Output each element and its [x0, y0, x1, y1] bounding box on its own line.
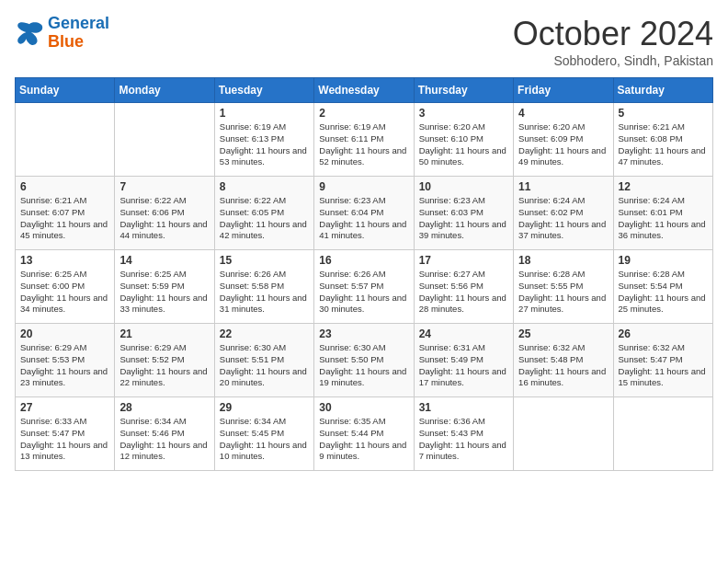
calendar-cell: 25Sunrise: 6:32 AM Sunset: 5:48 PM Dayli… — [514, 324, 613, 397]
day-info: Sunrise: 6:30 AM Sunset: 5:51 PM Dayligh… — [220, 342, 309, 389]
day-number: 22 — [220, 327, 309, 340]
calendar-cell: 26Sunrise: 6:32 AM Sunset: 5:47 PM Dayli… — [613, 324, 712, 397]
calendar-cell: 17Sunrise: 6:27 AM Sunset: 5:56 PM Dayli… — [414, 250, 513, 324]
location-subtitle: Sobhodero, Sindh, Pakistan — [513, 53, 713, 68]
calendar-cell: 9Sunrise: 6:23 AM Sunset: 6:04 PM Daylig… — [314, 177, 414, 250]
day-info: Sunrise: 6:35 AM Sunset: 5:44 PM Dayligh… — [319, 416, 408, 463]
calendar-cell: 21Sunrise: 6:29 AM Sunset: 5:52 PM Dayli… — [115, 324, 214, 397]
day-info: Sunrise: 6:34 AM Sunset: 5:45 PM Dayligh… — [220, 416, 309, 463]
calendar-cell: 2Sunrise: 6:19 AM Sunset: 6:11 PM Daylig… — [314, 103, 414, 177]
day-number: 9 — [319, 180, 408, 193]
day-info: Sunrise: 6:24 AM Sunset: 6:02 PM Dayligh… — [518, 195, 608, 242]
logo-text: General Blue — [48, 15, 109, 52]
day-info: Sunrise: 6:20 AM Sunset: 6:09 PM Dayligh… — [518, 121, 608, 168]
day-number: 20 — [20, 327, 109, 340]
day-number: 25 — [518, 327, 608, 340]
calendar-cell: 18Sunrise: 6:28 AM Sunset: 5:55 PM Dayli… — [514, 250, 613, 324]
calendar-cell — [115, 103, 214, 177]
calendar-cell: 28Sunrise: 6:34 AM Sunset: 5:46 PM Dayli… — [115, 397, 214, 471]
calendar-week-row: 6Sunrise: 6:21 AM Sunset: 6:07 PM Daylig… — [16, 177, 713, 250]
day-header-friday: Friday — [514, 78, 613, 103]
day-info: Sunrise: 6:26 AM Sunset: 5:57 PM Dayligh… — [319, 269, 408, 316]
calendar-week-row: 1Sunrise: 6:19 AM Sunset: 6:13 PM Daylig… — [16, 103, 713, 177]
day-info: Sunrise: 6:25 AM Sunset: 6:00 PM Dayligh… — [20, 269, 109, 316]
day-number: 21 — [119, 327, 209, 340]
calendar-cell: 22Sunrise: 6:30 AM Sunset: 5:51 PM Dayli… — [214, 324, 313, 397]
day-number: 31 — [419, 401, 508, 414]
day-info: Sunrise: 6:24 AM Sunset: 6:01 PM Dayligh… — [619, 195, 708, 242]
day-header-sunday: Sunday — [16, 78, 115, 103]
day-header-wednesday: Wednesday — [314, 78, 414, 103]
day-number: 6 — [20, 180, 109, 193]
day-info: Sunrise: 6:30 AM Sunset: 5:50 PM Dayligh… — [319, 342, 408, 389]
day-info: Sunrise: 6:21 AM Sunset: 6:08 PM Dayligh… — [619, 121, 708, 168]
day-info: Sunrise: 6:32 AM Sunset: 5:48 PM Dayligh… — [518, 342, 608, 389]
calendar-cell: 8Sunrise: 6:22 AM Sunset: 6:05 PM Daylig… — [214, 177, 313, 250]
calendar-cell — [514, 397, 613, 471]
day-info: Sunrise: 6:33 AM Sunset: 5:47 PM Dayligh… — [20, 416, 109, 463]
calendar-cell: 20Sunrise: 6:29 AM Sunset: 5:53 PM Dayli… — [16, 324, 115, 397]
day-number: 5 — [619, 107, 708, 120]
day-number: 15 — [220, 254, 309, 267]
day-number: 12 — [619, 180, 708, 193]
day-info: Sunrise: 6:25 AM Sunset: 5:59 PM Dayligh… — [119, 269, 209, 316]
calendar-cell: 19Sunrise: 6:28 AM Sunset: 5:54 PM Dayli… — [613, 250, 712, 324]
day-info: Sunrise: 6:28 AM Sunset: 5:54 PM Dayligh… — [619, 269, 708, 316]
calendar-cell: 4Sunrise: 6:20 AM Sunset: 6:09 PM Daylig… — [514, 103, 613, 177]
calendar-week-row: 27Sunrise: 6:33 AM Sunset: 5:47 PM Dayli… — [16, 397, 713, 471]
day-number: 16 — [319, 254, 408, 267]
day-number: 1 — [220, 107, 309, 120]
calendar-cell: 7Sunrise: 6:22 AM Sunset: 6:06 PM Daylig… — [115, 177, 214, 250]
month-title: October 2024 — [513, 15, 713, 53]
day-info: Sunrise: 6:19 AM Sunset: 6:11 PM Dayligh… — [319, 121, 408, 168]
day-number: 26 — [619, 327, 708, 340]
day-info: Sunrise: 6:22 AM Sunset: 6:05 PM Dayligh… — [220, 195, 309, 242]
calendar-cell: 12Sunrise: 6:24 AM Sunset: 6:01 PM Dayli… — [613, 177, 712, 250]
day-header-tuesday: Tuesday — [214, 78, 313, 103]
day-number: 4 — [518, 107, 608, 120]
day-number: 19 — [619, 254, 708, 267]
day-info: Sunrise: 6:20 AM Sunset: 6:10 PM Dayligh… — [419, 121, 508, 168]
day-number: 2 — [319, 107, 408, 120]
logo-icon — [15, 20, 44, 46]
day-number: 18 — [518, 254, 608, 267]
day-info: Sunrise: 6:36 AM Sunset: 5:43 PM Dayligh… — [419, 416, 508, 463]
calendar-cell: 10Sunrise: 6:23 AM Sunset: 6:03 PM Dayli… — [414, 177, 513, 250]
day-info: Sunrise: 6:29 AM Sunset: 5:52 PM Dayligh… — [119, 342, 209, 389]
day-number: 28 — [119, 401, 209, 414]
calendar-cell: 14Sunrise: 6:25 AM Sunset: 5:59 PM Dayli… — [115, 250, 214, 324]
day-info: Sunrise: 6:22 AM Sunset: 6:06 PM Dayligh… — [119, 195, 209, 242]
calendar-week-row: 13Sunrise: 6:25 AM Sunset: 6:00 PM Dayli… — [16, 250, 713, 324]
day-info: Sunrise: 6:29 AM Sunset: 5:53 PM Dayligh… — [20, 342, 109, 389]
day-number: 8 — [220, 180, 309, 193]
page-header: General Blue October 2024 Sobhodero, Sin… — [15, 15, 713, 68]
day-header-saturday: Saturday — [613, 78, 712, 103]
calendar-cell: 3Sunrise: 6:20 AM Sunset: 6:10 PM Daylig… — [414, 103, 513, 177]
title-block: October 2024 Sobhodero, Sindh, Pakistan — [513, 15, 713, 68]
calendar-week-row: 20Sunrise: 6:29 AM Sunset: 5:53 PM Dayli… — [16, 324, 713, 397]
day-number: 30 — [319, 401, 408, 414]
day-header-monday: Monday — [115, 78, 214, 103]
day-info: Sunrise: 6:23 AM Sunset: 6:04 PM Dayligh… — [319, 195, 408, 242]
logo: General Blue — [15, 15, 109, 52]
day-number: 27 — [20, 401, 109, 414]
calendar-cell: 16Sunrise: 6:26 AM Sunset: 5:57 PM Dayli… — [314, 250, 414, 324]
calendar-cell: 30Sunrise: 6:35 AM Sunset: 5:44 PM Dayli… — [314, 397, 414, 471]
day-info: Sunrise: 6:26 AM Sunset: 5:58 PM Dayligh… — [220, 269, 309, 316]
calendar-cell: 24Sunrise: 6:31 AM Sunset: 5:49 PM Dayli… — [414, 324, 513, 397]
calendar-cell: 29Sunrise: 6:34 AM Sunset: 5:45 PM Dayli… — [214, 397, 313, 471]
day-number: 13 — [20, 254, 109, 267]
day-info: Sunrise: 6:23 AM Sunset: 6:03 PM Dayligh… — [419, 195, 508, 242]
calendar-cell — [613, 397, 712, 471]
day-info: Sunrise: 6:34 AM Sunset: 5:46 PM Dayligh… — [119, 416, 209, 463]
day-number: 23 — [319, 327, 408, 340]
day-info: Sunrise: 6:31 AM Sunset: 5:49 PM Dayligh… — [419, 342, 508, 389]
day-number: 17 — [419, 254, 508, 267]
day-number: 24 — [419, 327, 508, 340]
calendar-cell: 6Sunrise: 6:21 AM Sunset: 6:07 PM Daylig… — [16, 177, 115, 250]
calendar-cell: 15Sunrise: 6:26 AM Sunset: 5:58 PM Dayli… — [214, 250, 313, 324]
calendar-cell: 13Sunrise: 6:25 AM Sunset: 6:00 PM Dayli… — [16, 250, 115, 324]
calendar-cell: 5Sunrise: 6:21 AM Sunset: 6:08 PM Daylig… — [613, 103, 712, 177]
day-number: 10 — [419, 180, 508, 193]
calendar-cell: 27Sunrise: 6:33 AM Sunset: 5:47 PM Dayli… — [16, 397, 115, 471]
